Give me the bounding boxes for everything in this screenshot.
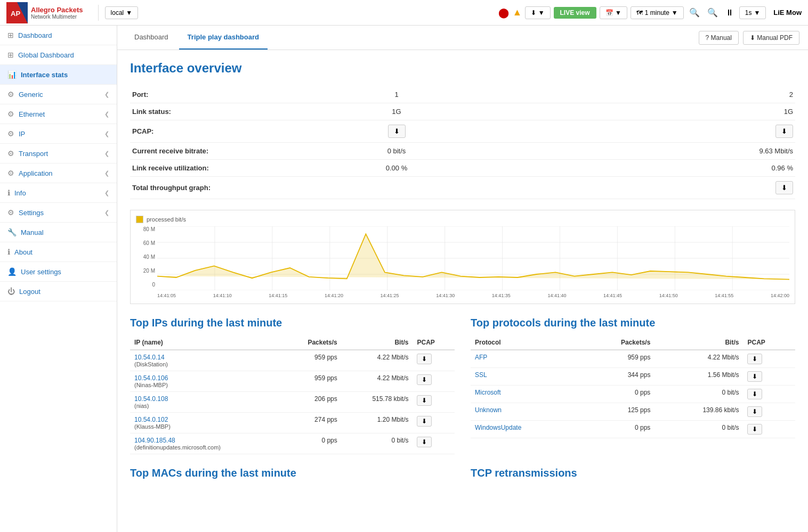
x-label-8: 14:41:45 [603,293,622,298]
chevron-transport-icon: ❮ [104,150,109,157]
sidebar-item-info[interactable]: ℹ Info ❮ [0,183,117,203]
chart-line [157,234,789,279]
ip-cell: 10.54.0.102 (Klauss-MBP) [130,413,281,433]
ip-address-link[interactable]: 104.90.185.48 [134,437,175,444]
sidebar-label-ip: IP [19,130,25,138]
settings-icon: ⚙ [7,208,14,217]
chart-svg-container: 14:41:05 14:41:10 14:41:15 14:41:20 14:4… [157,226,789,298]
ip-cell: 10.54.0.106 (Ninas-MBP) [130,371,281,392]
top-ips-row: 104.90.185.48 (definitionupdates.microso… [130,433,455,454]
sidebar-item-user-settings[interactable]: 👤 User settings [0,262,117,282]
svg-text:AP: AP [11,10,20,18]
protocol-pcap-btn[interactable]: ⬇ [747,371,762,382]
tabs-left: Dashboard Triple play dashboard [126,26,270,50]
sidebar-label-dashboard: Dashboard [18,31,52,39]
zoom-out-button[interactable]: 🔍 [705,5,720,20]
generic-icon: ⚙ [7,90,14,99]
alert-red-icon[interactable]: ⬤ [498,7,509,19]
sidebar-label-info: Info [14,189,26,197]
calendar-button[interactable]: 📅 ▼ [600,6,627,19]
sidebar-item-transport[interactable]: ⚙ Transport ❮ [0,144,117,163]
col-packets: Packets/s [281,335,342,350]
protocol-link[interactable]: WindowsUpdate [475,424,521,431]
ip-pcap: ⬇ [413,350,455,371]
protocol-pcap-btn[interactable]: ⬇ [747,389,762,399]
pcap-download-2[interactable]: ⬇ [775,125,793,138]
bitrate-val1: 0 bit/s [311,143,482,160]
overview-row-link-status: Link status: 1G 1G [130,103,795,120]
ip-address-link[interactable]: 10.54.0.108 [134,395,168,403]
sidebar-item-manual[interactable]: 🔧 Manual [0,223,117,242]
sidebar-item-generic[interactable]: ⚙ Generic ❮ [0,85,117,104]
location-selector[interactable]: local ▼ [105,6,139,19]
protocol-cell: WindowsUpdate [471,421,579,438]
y-label-3: 20 M [136,268,155,274]
alert-yellow-icon[interactable]: ▲ [512,7,522,18]
ip-pcap-btn[interactable]: ⬇ [417,374,432,385]
pcap-btn2[interactable]: ⬇ [482,120,795,143]
sidebar-item-dashboard[interactable]: ⊞ Dashboard [0,26,117,45]
top-protocols-section: Top protocols during the last minute Pro… [471,317,795,454]
pcap-download-1[interactable]: ⬇ [388,125,406,138]
main-content: Dashboard Triple play dashboard ? Manual… [117,26,808,532]
top-protocols-row: Microsoft 0 pps 0 bit/s ⬇ [471,386,795,403]
col-pcap: PCAP [413,335,455,350]
manual-button[interactable]: ? Manual [699,31,739,45]
y-label-0: 80 M [136,226,155,232]
top-protocols-row: WindowsUpdate 0 pps 0 bit/s ⬇ [471,421,795,438]
ip-pcap-btn[interactable]: ⬇ [417,416,432,427]
utilization-val2: 0.96 % [482,160,795,177]
download-button[interactable]: ⬇ ▼ [525,6,550,19]
ip-packets: 274 pps [281,413,342,433]
sidebar-item-application[interactable]: ⚙ Application ❮ [0,163,117,183]
ip-pcap-btn[interactable]: ⬇ [417,395,432,406]
interval-selector[interactable]: 🗺 1 minute ▼ [631,6,684,19]
protocol-link[interactable]: Unknown [475,406,502,414]
protocol-pcap-btn[interactable]: ⬇ [747,424,762,435]
sidebar-label-about: About [14,248,33,256]
protocol-cell: Unknown [471,403,579,421]
sidebar-label-ethernet: Ethernet [19,110,45,118]
protocol-cell: Microsoft [471,386,579,403]
ip-packets: 0 pps [281,433,342,454]
protocol-link[interactable]: Microsoft [475,389,501,396]
sidebar-label-manual: Manual [21,228,44,236]
link-status-label: Link status: [130,103,311,120]
protocol-link[interactable]: SSL [475,371,487,379]
pcap-btn1[interactable]: ⬇ [311,120,482,143]
zoom-in-button[interactable]: 🔍 [687,5,702,20]
sidebar-item-logout[interactable]: ⏻ Logout [0,282,117,301]
dashboard-icon: ⊞ [7,31,14,39]
ip-bits: 4.22 Mbit/s [342,350,413,371]
sidebar-item-ethernet[interactable]: ⚙ Ethernet ❮ [0,104,117,124]
ip-pcap-btn[interactable]: ⬇ [417,437,432,447]
protocol-pcap-btn[interactable]: ⬇ [747,406,762,417]
pause-button[interactable]: ⏸ [723,6,736,20]
protocol-pcap-btn[interactable]: ⬇ [747,354,762,364]
sidebar-item-interface-stats[interactable]: 📊 Interface stats [0,65,117,85]
port-label: Port: [130,86,311,103]
sidebar-item-global-dashboard[interactable]: ⊞ Global Dashboard [0,45,117,65]
sidebar-item-about[interactable]: ℹ About [0,242,117,262]
ip-packets: 959 pps [281,371,342,392]
interface-stats-icon: 📊 [7,70,17,79]
divider1 [98,5,99,21]
manual-pdf-button[interactable]: ⬇ Manual PDF [743,31,799,45]
rate-selector[interactable]: 1s ▼ [739,6,766,19]
live-view-button[interactable]: LIVE view [554,7,596,19]
top-ips-section: Top IPs during the last minute IP (name)… [130,317,455,454]
x-label-11: 14:42:00 [771,293,789,298]
ip-bits: 1.20 Mbit/s [342,413,413,433]
graph-download-btn[interactable]: ⬇ [775,181,793,194]
protocol-link[interactable]: AFP [475,354,487,361]
ip-pcap-btn[interactable]: ⬇ [417,354,432,364]
sidebar-item-settings[interactable]: ⚙ Settings ❮ [0,203,117,223]
sidebar-item-ip[interactable]: ⚙ IP ❮ [0,124,117,144]
ip-address-link[interactable]: 10.54.0.106 [134,374,168,382]
ip-address-link[interactable]: 10.54.0.102 [134,416,168,423]
tab-triple-play[interactable]: Triple play dashboard [179,26,268,50]
tab-dashboard[interactable]: Dashboard [126,26,177,50]
ip-address-link[interactable]: 10.54.0.14 [134,354,165,361]
sidebar-label-logout: Logout [19,288,41,296]
y-label-4: 0 [136,282,155,288]
